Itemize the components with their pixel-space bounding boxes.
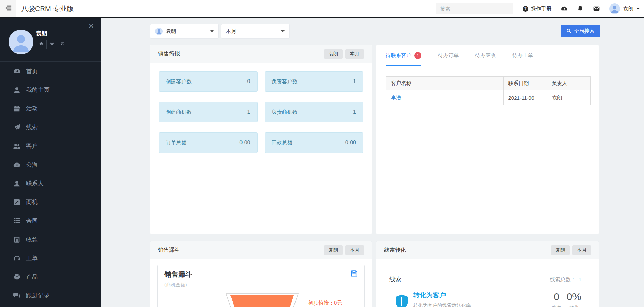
dashboard-shortcut-icon[interactable] xyxy=(561,5,568,12)
sidebar-item-follow-records[interactable]: 跟进记录 xyxy=(0,286,101,305)
col-owner: 负责人 xyxy=(547,77,591,90)
manual-link[interactable]: 操作手册 xyxy=(523,6,551,12)
sidebar-item-home[interactable]: 首页 xyxy=(0,62,101,80)
user-icon xyxy=(13,180,21,187)
funnel-card-title: 销售漏斗 xyxy=(158,246,180,254)
sidebar-profile: 袁朗 xyxy=(0,18,101,62)
funnel-chart-title: 销售漏斗 xyxy=(164,270,357,279)
profile-name: 袁朗 xyxy=(36,30,47,37)
funnel-chart-subtitle: (商机金额) xyxy=(164,282,357,288)
customer-link[interactable]: 李浩 xyxy=(391,95,401,100)
profile-settings-button[interactable] xyxy=(46,40,57,49)
col-contact-date: 联系日期 xyxy=(503,77,547,90)
leads-conversion-card: 线索转化 袁朗 本月 线索 线索总数：1 转化为客户 转化 xyxy=(376,241,599,307)
sidebar-item-my-page[interactable]: 我的主页 xyxy=(0,80,101,99)
stat-created-opportunities[interactable]: 创建商机数 1 xyxy=(159,102,258,122)
profile-avatar xyxy=(9,30,33,54)
pending-customers-table: 客户名称 联系日期 负责人 李浩 2021-11-09 袁朗 xyxy=(386,76,591,105)
sidebar-item-payments[interactable]: 收款 xyxy=(0,230,101,249)
convert-to-customer-link[interactable]: 转化为客户 xyxy=(413,291,471,300)
gear-icon xyxy=(50,41,54,47)
app-title: 八骏CRM-专业版 xyxy=(21,0,74,17)
owner-avatar-icon xyxy=(155,28,163,35)
stat-owned-customers[interactable]: 负责客户数 1 xyxy=(265,71,364,92)
dashboard-icon xyxy=(13,67,21,75)
sidebar-menu: 首页 我的主页 活动 线索 客户 公海 联系人 商机 xyxy=(0,62,101,305)
user-name: 袁朗 xyxy=(623,6,633,12)
sidebar: ✕ 袁朗 首页 我的主页 xyxy=(0,18,101,307)
stat-payment-total[interactable]: 回款总额 0.00 xyxy=(265,132,364,153)
global-search-input[interactable] xyxy=(436,3,513,14)
chevron-down-icon xyxy=(636,8,640,10)
calculator-icon xyxy=(13,236,21,243)
owner-filter-select[interactable]: 袁朗 xyxy=(150,24,219,39)
sidebar-item-opportunities[interactable]: 商机 xyxy=(0,193,101,211)
sales-summary-title: 销售简报 xyxy=(158,50,180,57)
user-menu[interactable]: 袁朗 xyxy=(609,3,640,14)
chevron-down-icon xyxy=(281,30,285,32)
comments-icon xyxy=(13,292,21,299)
funnel-stage-shape xyxy=(230,295,294,307)
users-icon xyxy=(13,142,21,150)
external-link-icon xyxy=(13,198,21,206)
col-customer-name: 客户名称 xyxy=(386,77,504,90)
table-row: 李浩 2021-11-09 袁朗 xyxy=(386,90,591,105)
owner-badge[interactable]: 袁朗 xyxy=(324,49,343,59)
period-filter-select[interactable]: 本月 xyxy=(221,24,290,39)
list-icon xyxy=(13,217,21,224)
todo-card: 待联系客户 1 待办订单 待办应收 待办工单 客户名称 联系日期 xyxy=(376,45,599,234)
notifications-bell-icon[interactable] xyxy=(577,5,584,12)
period-badge[interactable]: 本月 xyxy=(345,49,364,59)
period-badge[interactable]: 本月 xyxy=(345,245,364,255)
sidebar-item-products[interactable]: 产品 xyxy=(0,267,101,286)
paper-plane-icon xyxy=(13,123,21,131)
owner-badge[interactable]: 袁朗 xyxy=(551,245,570,255)
stat-created-customers[interactable]: 创建客户数 0 xyxy=(159,71,258,92)
period-badge[interactable]: 本月 xyxy=(572,245,591,255)
chevron-down-icon xyxy=(210,30,214,32)
headset-icon xyxy=(13,254,21,262)
gift-icon xyxy=(13,105,21,112)
tab-pending-orders[interactable]: 待办订单 xyxy=(438,45,459,66)
profile-home-button[interactable] xyxy=(36,40,47,49)
power-icon xyxy=(60,41,65,47)
funnel-stage-label: 初步恰接：0元 xyxy=(308,300,342,306)
tab-pending-customers[interactable]: 待联系客户 1 xyxy=(386,45,421,66)
leads-total: 线索总数：1 xyxy=(550,276,581,283)
tab-pending-work-orders[interactable]: 待办工单 xyxy=(512,45,533,66)
conversion-rate-stat: 0% 转化 xyxy=(567,291,581,307)
top-navbar: 八骏CRM-专业版 操作手册 袁朗 xyxy=(0,0,644,18)
sales-funnel-card: 销售漏斗 袁朗 本月 销售漏斗 (商机金额) 初步恰接：0元 xyxy=(150,241,372,307)
owner-badge[interactable]: 袁朗 xyxy=(324,245,343,255)
sidebar-item-customers[interactable]: 客户 xyxy=(0,137,101,155)
leads-card-title: 线索转化 xyxy=(384,246,406,254)
funnel-chart[interactable]: 初步恰接：0元 xyxy=(164,293,373,307)
sidebar-item-contracts[interactable]: 合同 xyxy=(0,211,101,230)
sidebar-item-open-sea[interactable]: 公海 xyxy=(0,155,101,174)
sidebar-item-contacts[interactable]: 联系人 xyxy=(0,174,101,193)
sidebar-item-activities[interactable]: 活动 xyxy=(0,99,101,118)
convert-subtitle: 转化为客户的线索数转化率 xyxy=(413,303,471,307)
sidebar-item-leads[interactable]: 线索 xyxy=(0,118,101,136)
save-image-icon[interactable] xyxy=(350,270,358,277)
tab-pending-receivables[interactable]: 待办应收 xyxy=(475,45,496,66)
stat-owned-opportunities[interactable]: 负责商机数 1 xyxy=(265,102,364,122)
question-circle-icon xyxy=(523,6,528,12)
pending-count-badge: 1 xyxy=(414,52,421,59)
stat-order-total[interactable]: 订单总额 0.00 xyxy=(159,132,258,153)
search-icon xyxy=(566,28,571,34)
cloud-download-icon xyxy=(13,161,21,168)
home-icon xyxy=(39,41,44,47)
sidebar-item-work-orders[interactable]: 工单 xyxy=(0,249,101,267)
main-content: 袁朗 本月 全局搜索 销售简报 袁朗 本月 创建客户数 xyxy=(101,18,644,307)
profile-logout-button[interactable] xyxy=(57,40,68,49)
messages-envelope-icon[interactable] xyxy=(593,5,600,12)
global-search-button[interactable]: 全局搜索 xyxy=(561,25,600,37)
converted-customers-stat: 0 客户 xyxy=(552,291,561,307)
shield-icon xyxy=(395,294,408,307)
user-icon xyxy=(13,86,21,94)
period-filter-value: 本月 xyxy=(226,28,236,35)
sales-summary-card: 销售简报 袁朗 本月 创建客户数 0 负责客户数 1 创建商机数 1 xyxy=(150,45,372,234)
sidebar-toggle-button[interactable] xyxy=(0,0,16,17)
funnel-chart-panel: 销售漏斗 (商机金额) 初步恰接：0元 xyxy=(157,265,365,307)
